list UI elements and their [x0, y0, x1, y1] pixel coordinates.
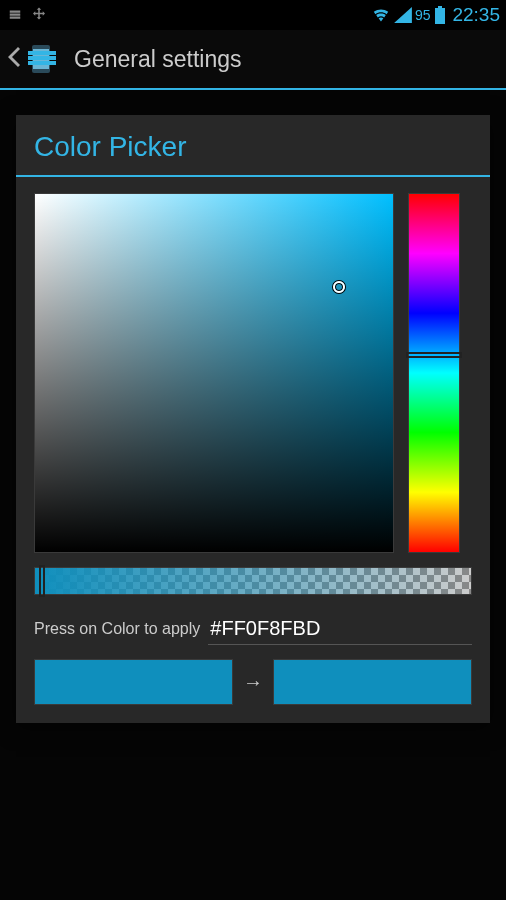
picker-row: [34, 193, 472, 553]
hex-row: Press on Color to apply: [34, 613, 472, 645]
dialog-title: Color Picker: [16, 115, 490, 175]
android-debug-icon: [6, 6, 24, 24]
alpha-panel[interactable]: [34, 567, 472, 595]
old-color-swatch[interactable]: [34, 659, 233, 705]
content-area: Color Picker Press on Color to apply: [0, 90, 506, 900]
status-bar: 95 22:35: [0, 0, 506, 30]
hue-indicator[interactable]: [406, 352, 462, 358]
battery-icon: [435, 6, 445, 24]
svg-rect-2: [28, 51, 56, 55]
dialog-divider: [16, 175, 490, 177]
color-picker-dialog: Color Picker Press on Color to apply: [16, 115, 490, 723]
alpha-gradient: [35, 568, 471, 594]
saturation-value-panel[interactable]: [34, 193, 394, 553]
status-right: 95 22:35: [371, 4, 500, 26]
hex-label: Press on Color to apply: [34, 620, 200, 638]
clock: 22:35: [452, 4, 500, 26]
app-icon[interactable]: [24, 39, 64, 79]
dialog-body: Press on Color to apply →: [16, 193, 490, 723]
battery-percent: 95: [415, 7, 431, 23]
hex-input[interactable]: [208, 613, 472, 645]
wifi-icon: [371, 7, 391, 23]
back-button[interactable]: [8, 47, 24, 71]
usb-debug-icon: [30, 6, 48, 24]
signal-icon: [394, 7, 412, 23]
svg-rect-4: [28, 61, 56, 65]
page-title: General settings: [74, 46, 241, 73]
arrow-icon: →: [243, 671, 263, 694]
hue-panel[interactable]: [408, 193, 460, 553]
sv-indicator[interactable]: [333, 281, 345, 293]
alpha-indicator[interactable]: [39, 565, 45, 597]
action-bar: General settings: [0, 30, 506, 90]
status-left-icons: [6, 6, 48, 24]
svg-rect-3: [28, 56, 56, 60]
swatch-row: →: [34, 659, 472, 705]
new-color-swatch[interactable]: [273, 659, 472, 705]
